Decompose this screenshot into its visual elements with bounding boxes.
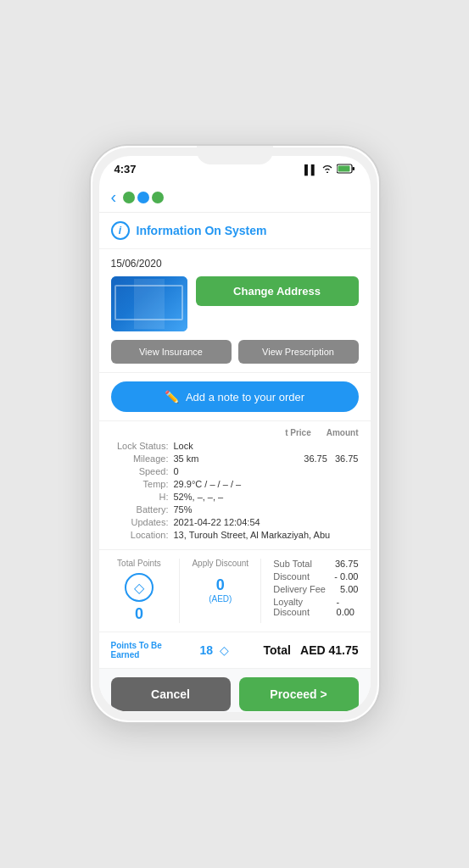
detail-row-battery: Battery: 75% [111, 504, 359, 515]
svg-rect-2 [338, 165, 349, 171]
delivery-fee-line: Delivery Fee 5.00 [273, 584, 358, 594]
container-image [111, 276, 187, 331]
mileage-price: 36.75 36.75 [304, 453, 358, 464]
pricing-section: Total Points ◇ 0 Apply Discount 0 (AED) … [99, 550, 371, 632]
earned-points-row: 18 ◇ [196, 643, 229, 657]
battery-detail-label: Battery: [111, 504, 169, 515]
order-date: 15/06/2020 [111, 258, 359, 270]
total-amount-section: Total AED 41.75 [263, 643, 358, 657]
status-time: 4:37 [114, 163, 137, 175]
delivery-fee-label: Delivery Fee [273, 584, 326, 594]
location-value: 13, Turouh Street, Al Markaziyah, Abu [174, 530, 359, 540]
sub-total-line: Sub Total 36.75 [273, 559, 358, 569]
add-note-label: Add a note to your order [186, 391, 304, 403]
discount-amount: - 0.00 [334, 571, 358, 581]
total-row: Points To Be Earned 18 ◇ Total AED 41.75 [99, 632, 371, 669]
total-label: Total [263, 643, 290, 657]
temp-label: Temp: [111, 479, 169, 489]
loyalty-discount-line: Loyalty Discount - 0.00 [273, 597, 358, 617]
detail-row-speed: Speed: 0 [111, 466, 359, 476]
temp-value: 29.9°C / – / – / – [174, 479, 359, 489]
total-points-label: Total Points [117, 559, 161, 568]
detail-row-humidity: H: 52%, –, –, – [111, 492, 359, 502]
apply-discount-col: Apply Discount 0 (AED) [192, 559, 248, 623]
info-title: Information On System [137, 224, 267, 237]
discount-label: Discount [273, 571, 310, 581]
details-section: t Price Amount Lock Status: Lock Mileage… [99, 420, 371, 550]
view-insurance-button[interactable]: View Insurance [111, 340, 232, 364]
total-value: AED 41.75 [300, 643, 358, 657]
diamond-icon: ◇ [125, 573, 154, 602]
discount-value: 0 [216, 576, 225, 594]
action-bar: Cancel Proceed > [99, 669, 371, 712]
diamond-small-icon: ◇ [220, 643, 229, 657]
delivery-fee-value: 5.00 [340, 584, 358, 594]
location-label: Location: [111, 530, 169, 540]
detail-header-row: t Price Amount [111, 428, 359, 437]
change-address-button[interactable]: Change Address [196, 276, 359, 306]
app-logo [123, 192, 164, 203]
price-col-header: t Price [285, 428, 311, 437]
back-button[interactable]: ‹ [111, 187, 117, 207]
logo-dot-2 [137, 192, 149, 203]
loyalty-discount-value: - 0.00 [337, 597, 359, 617]
action-buttons-row: View Insurance View Prescription [111, 340, 359, 364]
divider-1 [179, 559, 180, 623]
lock-value: Lock [174, 441, 359, 451]
earned-number: 18 [199, 643, 213, 657]
amount-col-header: Amount [327, 428, 359, 437]
pencil-icon: ✏️ [165, 390, 179, 403]
sub-total-value: 36.75 [335, 559, 359, 569]
lock-label: Lock Status: [111, 441, 169, 451]
mileage-value: 35 km [174, 453, 304, 464]
detail-row-location: Location: 13, Turouh Street, Al Markaziy… [111, 530, 359, 540]
total-points-col: Total Points ◇ 0 [111, 559, 168, 623]
aed-label: (AED) [209, 594, 232, 604]
status-icons: ▌▌ [304, 164, 355, 175]
points-earned-label: Points To Be Earned [111, 641, 162, 659]
detail-row-updates: Updates: 2021-04-22 12:04:54 [111, 517, 359, 527]
logo-dot-3 [152, 192, 164, 203]
wifi-icon [321, 164, 333, 175]
total-amount: Total AED 41.75 [263, 643, 358, 657]
proceed-button[interactable]: Proceed > [239, 677, 359, 711]
speed-value: 0 [174, 466, 359, 476]
add-note-button[interactable]: ✏️ Add a note to your order [111, 381, 359, 412]
discount-line: Discount - 0.00 [273, 571, 358, 581]
loyalty-discount-label: Loyalty Discount [273, 597, 336, 617]
battery-icon [337, 164, 355, 175]
sub-total-label: Sub Total [273, 559, 312, 569]
points-earned-section: Points To Be Earned [111, 641, 162, 659]
info-icon: i [111, 221, 130, 240]
mileage-label: Mileage: [111, 453, 169, 464]
divider-2 [260, 559, 261, 623]
view-prescription-button[interactable]: View Prescription [238, 340, 359, 364]
sub-total-col: Sub Total 36.75 Discount - 0.00 Delivery… [273, 559, 358, 623]
updates-value: 2021-04-22 12:04:54 [174, 517, 359, 527]
scroll-content: ‹ i Information On System 15/06/2020 [99, 179, 371, 712]
nav-bar: ‹ [99, 179, 371, 213]
cancel-button[interactable]: Cancel [111, 677, 231, 711]
battery-detail-value: 75% [174, 504, 359, 515]
svg-rect-1 [352, 167, 355, 170]
updates-label: Updates: [111, 517, 169, 527]
info-banner: i Information On System [99, 213, 371, 249]
apply-discount-label: Apply Discount [192, 559, 248, 568]
logo-dot-1 [123, 192, 135, 203]
detail-row-mileage: Mileage: 35 km 36.75 36.75 [111, 453, 359, 464]
humidity-label: H: [111, 492, 169, 502]
order-row: Change Address [111, 276, 359, 331]
detail-row-temp: Temp: 29.9°C / – / – / – [111, 479, 359, 489]
points-value: 0 [135, 605, 143, 623]
speed-label: Speed: [111, 466, 169, 476]
signal-icon: ▌▌ [304, 164, 318, 175]
detail-row-lock: Lock Status: Lock [111, 441, 359, 451]
order-section: 15/06/2020 Change Address View Insurance… [99, 249, 371, 373]
order-image [111, 276, 187, 331]
humidity-value: 52%, –, –, – [174, 492, 359, 502]
